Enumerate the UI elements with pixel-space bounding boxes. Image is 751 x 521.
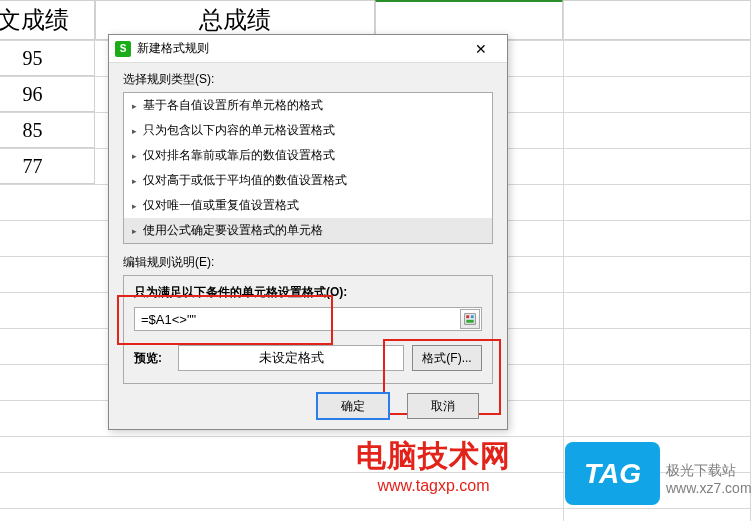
chevron-right-icon: ▸ bbox=[132, 151, 137, 161]
preview-label: 预览: bbox=[134, 350, 170, 367]
rule-type-item[interactable]: ▸仅对高于或低于平均值的数值设置格式 bbox=[124, 168, 492, 193]
close-icon[interactable]: ✕ bbox=[461, 35, 501, 62]
cancel-button[interactable]: 取消 bbox=[407, 393, 479, 419]
svg-rect-1 bbox=[466, 315, 469, 318]
rule-type-label: 仅对高于或低于平均值的数值设置格式 bbox=[143, 172, 347, 189]
rule-type-item[interactable]: ▸仅对排名靠前或靠后的数值设置格式 bbox=[124, 143, 492, 168]
rule-type-list[interactable]: ▸基于各自值设置所有单元格的格式 ▸只为包含以下内容的单元格设置格式 ▸仅对排名… bbox=[123, 92, 493, 244]
rule-type-label: 基于各自值设置所有单元格的格式 bbox=[143, 97, 323, 114]
ok-button[interactable]: 确定 bbox=[317, 393, 389, 419]
col-header-4[interactable] bbox=[563, 0, 751, 40]
chevron-right-icon: ▸ bbox=[132, 176, 137, 186]
cell-a2[interactable]: 95 bbox=[0, 40, 95, 76]
dialog-title: 新建格式规则 bbox=[137, 40, 209, 57]
edit-rule-label: 编辑规则说明(E): bbox=[123, 254, 493, 271]
select-rule-type-label: 选择规则类型(S): bbox=[123, 71, 493, 88]
chevron-right-icon: ▸ bbox=[132, 201, 137, 211]
col-header-1[interactable]: 文成绩 bbox=[0, 0, 95, 40]
format-button[interactable]: 格式(F)... bbox=[412, 345, 482, 371]
edit-rule-area: 只为满足以下条件的单元格设置格式(O): 预览: 未设定格式 格式(F)... bbox=[123, 275, 493, 384]
svg-rect-3 bbox=[466, 320, 474, 323]
preview-box: 未设定格式 bbox=[178, 345, 404, 371]
chevron-right-icon: ▸ bbox=[132, 226, 137, 236]
cell-a4[interactable]: 85 bbox=[0, 112, 95, 148]
rule-type-label: 仅对唯一值或重复值设置格式 bbox=[143, 197, 299, 214]
dialog-titlebar[interactable]: S 新建格式规则 ✕ bbox=[109, 35, 507, 63]
dialog-buttons: 确定 取消 bbox=[109, 393, 507, 419]
rule-type-label: 只为包含以下内容的单元格设置格式 bbox=[143, 122, 335, 139]
cell-a3[interactable]: 96 bbox=[0, 76, 95, 112]
rule-type-label: 使用公式确定要设置格式的单元格 bbox=[143, 222, 323, 239]
rule-type-label: 仅对排名靠前或靠后的数值设置格式 bbox=[143, 147, 335, 164]
range-selector-icon[interactable] bbox=[460, 309, 480, 329]
wps-icon: S bbox=[115, 41, 131, 57]
svg-rect-2 bbox=[471, 315, 474, 318]
rule-type-item[interactable]: ▸只为包含以下内容的单元格设置格式 bbox=[124, 118, 492, 143]
rule-type-item[interactable]: ▸仅对唯一值或重复值设置格式 bbox=[124, 193, 492, 218]
condition-label: 只为满足以下条件的单元格设置格式(O): bbox=[134, 284, 482, 301]
chevron-right-icon: ▸ bbox=[132, 101, 137, 111]
rule-type-item[interactable]: ▸基于各自值设置所有单元格的格式 bbox=[124, 93, 492, 118]
rule-type-item-selected[interactable]: ▸使用公式确定要设置格式的单元格 bbox=[124, 218, 492, 243]
new-format-rule-dialog: S 新建格式规则 ✕ 选择规则类型(S): ▸基于各自值设置所有单元格的格式 ▸… bbox=[108, 34, 508, 430]
formula-input[interactable] bbox=[134, 307, 482, 331]
chevron-right-icon: ▸ bbox=[132, 126, 137, 136]
cell-a5[interactable]: 77 bbox=[0, 148, 95, 184]
